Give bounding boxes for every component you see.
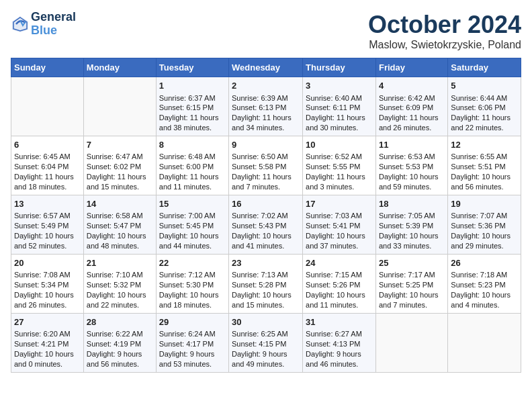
day-number: 31: [306, 316, 373, 328]
day-number: 9: [232, 139, 300, 151]
day-info: Daylight: 10 hours: [159, 290, 226, 300]
day-info: and 33 minutes.: [379, 241, 445, 251]
day-info: and 11 minutes.: [159, 182, 226, 192]
day-info: Sunset: 4:19 PM: [87, 339, 153, 349]
calendar-week-2: 6Sunrise: 6:45 AMSunset: 6:04 PMDaylight…: [11, 136, 521, 195]
calendar-cell: 16Sunrise: 7:02 AMSunset: 5:43 PMDayligh…: [229, 195, 303, 254]
day-info: Sunset: 5:30 PM: [159, 280, 226, 290]
day-number: 29: [159, 316, 226, 328]
logo: General Blue: [11, 11, 76, 38]
calendar-cell: 30Sunrise: 6:25 AMSunset: 4:15 PMDayligh…: [229, 313, 303, 372]
day-header-friday: Friday: [375, 58, 447, 77]
day-number: 17: [306, 198, 373, 210]
calendar-cell: 23Sunrise: 7:13 AMSunset: 5:28 PMDayligh…: [229, 254, 303, 313]
day-info: Sunrise: 7:00 AM: [159, 211, 226, 221]
day-info: and 49 minutes.: [232, 359, 300, 369]
day-info: Daylight: 11 hours: [159, 113, 226, 123]
day-info: Sunrise: 6:55 AM: [451, 152, 518, 162]
day-info: and 37 minutes.: [306, 241, 373, 251]
calendar-cell: 28Sunrise: 6:22 AMSunset: 4:19 PMDayligh…: [83, 313, 156, 372]
day-number: 28: [87, 316, 153, 328]
calendar-table: SundayMondayTuesdayWednesdayThursdayFrid…: [11, 58, 521, 373]
day-number: 25: [379, 257, 445, 269]
calendar-cell: 21Sunrise: 7:10 AMSunset: 5:32 PMDayligh…: [83, 254, 156, 313]
day-info: Sunset: 5:47 PM: [87, 221, 153, 231]
day-number: 27: [14, 316, 81, 328]
day-info: Sunrise: 6:53 AM: [379, 152, 445, 162]
day-number: 19: [451, 198, 518, 210]
calendar-cell: 29Sunrise: 6:24 AMSunset: 4:17 PMDayligh…: [156, 313, 228, 372]
day-info: Sunset: 4:21 PM: [14, 339, 81, 349]
day-header-tuesday: Tuesday: [156, 58, 228, 77]
calendar-cell: 9Sunrise: 6:50 AMSunset: 5:58 PMDaylight…: [229, 136, 303, 195]
day-header-row: SundayMondayTuesdayWednesdayThursdayFrid…: [11, 58, 521, 77]
day-info: Daylight: 10 hours: [451, 290, 518, 300]
day-info: and 56 minutes.: [451, 182, 518, 192]
day-info: Daylight: 10 hours: [87, 290, 153, 300]
day-info: Sunset: 5:25 PM: [379, 280, 445, 290]
day-info: Daylight: 11 hours: [14, 172, 81, 182]
calendar-cell: 24Sunrise: 7:15 AMSunset: 5:26 PMDayligh…: [303, 254, 376, 313]
calendar-cell: 26Sunrise: 7:18 AMSunset: 5:23 PMDayligh…: [448, 254, 521, 313]
calendar-cell: 15Sunrise: 7:00 AMSunset: 5:45 PMDayligh…: [156, 195, 228, 254]
day-number: 13: [14, 198, 81, 210]
calendar-cell: 11Sunrise: 6:53 AMSunset: 5:53 PMDayligh…: [375, 136, 447, 195]
day-info: Sunset: 6:06 PM: [451, 103, 518, 113]
day-info: Sunrise: 7:17 AM: [379, 270, 445, 280]
day-info: Sunrise: 6:40 AM: [306, 93, 373, 103]
day-info: Sunset: 5:28 PM: [232, 280, 300, 290]
day-info: and 18 minutes.: [14, 182, 81, 192]
day-number: 10: [306, 139, 373, 151]
calendar-cell: 12Sunrise: 6:55 AMSunset: 5:51 PMDayligh…: [448, 136, 521, 195]
day-number: 12: [451, 139, 518, 151]
day-info: and 7 minutes.: [379, 300, 445, 310]
calendar-cell: 20Sunrise: 7:08 AMSunset: 5:34 PMDayligh…: [11, 254, 84, 313]
calendar-header: SundayMondayTuesdayWednesdayThursdayFrid…: [11, 58, 521, 77]
day-info: Sunrise: 6:37 AM: [159, 93, 226, 103]
day-info: Sunrise: 6:39 AM: [232, 93, 300, 103]
day-info: and 34 minutes.: [232, 123, 300, 133]
day-number: 26: [451, 257, 518, 269]
day-info: Daylight: 10 hours: [379, 172, 445, 182]
title-block: October 2024 Maslow, Swietokrzyskie, Pol…: [368, 11, 521, 51]
day-info: Daylight: 11 hours: [87, 172, 153, 182]
calendar-body: 1Sunrise: 6:37 AMSunset: 6:15 PMDaylight…: [11, 77, 521, 373]
svg-marker-0: [12, 16, 28, 32]
day-number: 16: [232, 198, 300, 210]
day-info: Sunrise: 6:57 AM: [14, 211, 81, 221]
day-number: 8: [159, 139, 226, 151]
calendar-cell: 8Sunrise: 6:48 AMSunset: 6:00 PMDaylight…: [156, 136, 228, 195]
calendar-week-4: 20Sunrise: 7:08 AMSunset: 5:34 PMDayligh…: [11, 254, 521, 313]
day-info: Sunrise: 7:12 AM: [159, 270, 226, 280]
day-info: and 56 minutes.: [87, 359, 153, 369]
day-info: Sunrise: 6:44 AM: [451, 93, 518, 103]
day-info: Daylight: 10 hours: [14, 349, 81, 359]
calendar-cell: 4Sunrise: 6:42 AMSunset: 6:09 PMDaylight…: [375, 77, 447, 136]
day-info: and 30 minutes.: [306, 123, 373, 133]
day-info: Sunrise: 6:47 AM: [87, 152, 153, 162]
day-info: Sunset: 5:49 PM: [14, 221, 81, 231]
day-info: and 18 minutes.: [159, 300, 226, 310]
day-info: Daylight: 10 hours: [159, 231, 226, 241]
day-info: Sunset: 6:04 PM: [14, 162, 81, 172]
day-info: Sunrise: 7:13 AM: [232, 270, 300, 280]
calendar-cell: 1Sunrise: 6:37 AMSunset: 6:15 PMDaylight…: [156, 77, 228, 136]
day-info: Sunset: 5:53 PM: [379, 162, 445, 172]
day-info: Sunset: 5:41 PM: [306, 221, 373, 231]
day-info: Daylight: 10 hours: [379, 231, 445, 241]
day-number: 7: [87, 139, 153, 151]
day-info: Daylight: 10 hours: [232, 290, 300, 300]
day-info: Sunrise: 6:27 AM: [306, 329, 373, 339]
day-number: 24: [306, 257, 373, 269]
logo-text: General Blue: [31, 11, 76, 38]
day-number: 3: [306, 80, 373, 92]
day-number: 23: [232, 257, 300, 269]
day-info: Sunset: 4:17 PM: [159, 339, 226, 349]
day-info: and 15 minutes.: [232, 300, 300, 310]
day-info: Daylight: 9 hours: [87, 349, 153, 359]
day-number: 15: [159, 198, 226, 210]
day-info: Daylight: 11 hours: [306, 113, 373, 123]
day-info: Sunset: 6:11 PM: [306, 103, 373, 113]
calendar-cell: 3Sunrise: 6:40 AMSunset: 6:11 PMDaylight…: [303, 77, 376, 136]
day-info: Sunrise: 6:52 AM: [306, 152, 373, 162]
